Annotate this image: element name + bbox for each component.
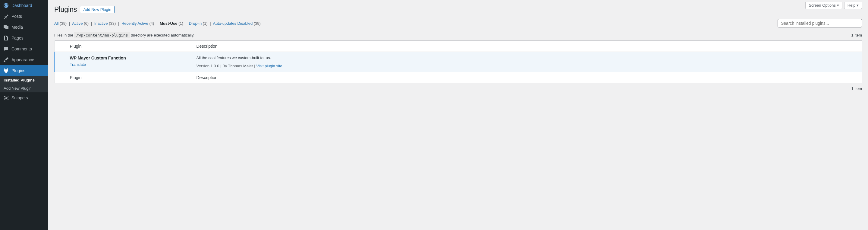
col-description-footer: Description (193, 72, 862, 83)
sidebar-item-appearance[interactable]: Appearance (0, 54, 48, 65)
screen-options-button[interactable]: Screen Options ▾ (805, 2, 842, 9)
plugins-table: Plugin Description WP Mayor Custom Funct… (54, 40, 862, 83)
filter-active[interactable]: Active (72, 21, 83, 26)
help-button[interactable]: Help ▾ (844, 2, 862, 9)
filter-auto-updates-disabled-count: (39) (254, 21, 261, 26)
mu-path-code: /wp-content/mu-plugins (74, 32, 130, 38)
sidebar-item-dashboard[interactable]: Dashboard (0, 0, 48, 11)
col-checkbox (55, 41, 67, 52)
pin-icon (3, 13, 9, 19)
info-text: Files in the /wp-content/mu-plugins dire… (54, 33, 194, 37)
dashboard-icon (3, 2, 9, 8)
col-plugin-footer: Plugin (67, 72, 193, 83)
plugin-name: WP Mayor Custom Function (70, 56, 190, 60)
sidebar-label: Snippets (11, 95, 28, 100)
sidebar-label: Plugins (11, 68, 25, 73)
screen-options-label: Screen Options (809, 3, 836, 7)
filter-inactive-count: (33) (109, 21, 116, 26)
filter-drop-in[interactable]: Drop-in (189, 21, 202, 26)
filter-must-use[interactable]: Must-Use (160, 21, 178, 26)
sidebar-label: Media (11, 25, 23, 30)
filter-active-count: (6) (84, 21, 89, 26)
filter-must-use-count: (1) (179, 21, 183, 26)
sidebar-item-pages[interactable]: Pages (0, 33, 48, 44)
sidebar-item-snippets[interactable]: Snippets (0, 92, 48, 103)
add-new-plugin-button[interactable]: Add New Plugin (80, 6, 115, 13)
sidebar-label: Posts (11, 14, 22, 19)
filter-auto-updates-disabled[interactable]: Auto-updates Disabled (213, 21, 253, 26)
row-checkbox-cell (55, 52, 67, 72)
plug-icon (3, 67, 9, 74)
help-label: Help (847, 3, 856, 7)
plugin-translate-link[interactable]: Translate (70, 62, 86, 67)
sidebar-label: Pages (11, 36, 24, 40)
sidebar-label: Dashboard (11, 3, 32, 8)
filter-recently-active-count: (4) (149, 21, 154, 26)
sidebar-label: Comments (11, 47, 32, 51)
plugin-meta: Version 1.0.0 | By Thomas Maier | Visit … (196, 64, 859, 68)
filter-recently-active[interactable]: Recently Active (121, 21, 148, 26)
media-icon (3, 24, 9, 30)
filter-inactive[interactable]: Inactive (94, 21, 108, 26)
info-row: Files in the /wp-content/mu-plugins dire… (54, 33, 862, 37)
sidebar-item-media[interactable]: Media (0, 22, 48, 33)
search-box (778, 19, 862, 27)
visit-plugin-site-link[interactable]: Visit plugin site (256, 64, 282, 68)
page-heading-wrap: Plugins Add New Plugin (54, 0, 862, 13)
pages-icon (3, 35, 9, 41)
filter-all-count: (39) (60, 21, 67, 26)
sidebar-item-comments[interactable]: Comments (0, 44, 48, 54)
table-row: WP Mayor Custom Function Translate All t… (55, 52, 862, 72)
main-content: Screen Options ▾ Help ▾ Plugins Add New … (48, 0, 868, 230)
filter-row: All (39) | Active (6) | Inactive (33) | … (54, 19, 862, 27)
sidebar-submenu-plugins: Installed Plugins Add New Plugin (0, 76, 48, 92)
sidebar-item-posts[interactable]: Posts (0, 11, 48, 22)
col-description-header: Description (193, 41, 862, 52)
scissors-icon (3, 95, 9, 101)
admin-sidebar: Dashboard Posts Media Pages Comments App… (0, 0, 48, 230)
filter-drop-in-count: (1) (203, 21, 208, 26)
item-count-top: 1 item (851, 33, 862, 37)
plugin-description: All the cool features we custom-built fo… (196, 56, 859, 60)
page-title: Plugins (54, 5, 77, 13)
search-input[interactable] (778, 19, 862, 27)
filter-links: All (39) | Active (6) | Inactive (33) | … (54, 21, 261, 26)
col-plugin-header: Plugin (67, 41, 193, 52)
sidebar-item-plugins[interactable]: Plugins (0, 65, 48, 76)
sidebar-sub-installed-plugins[interactable]: Installed Plugins (0, 76, 48, 84)
filter-all[interactable]: All (54, 21, 59, 26)
sidebar-label: Appearance (11, 57, 34, 62)
sidebar-sub-add-new-plugin[interactable]: Add New Plugin (0, 84, 48, 92)
brush-icon (3, 57, 9, 63)
top-buttons: Screen Options ▾ Help ▾ (805, 2, 862, 9)
comments-icon (3, 46, 9, 52)
item-count-bottom: 1 item (54, 86, 862, 91)
